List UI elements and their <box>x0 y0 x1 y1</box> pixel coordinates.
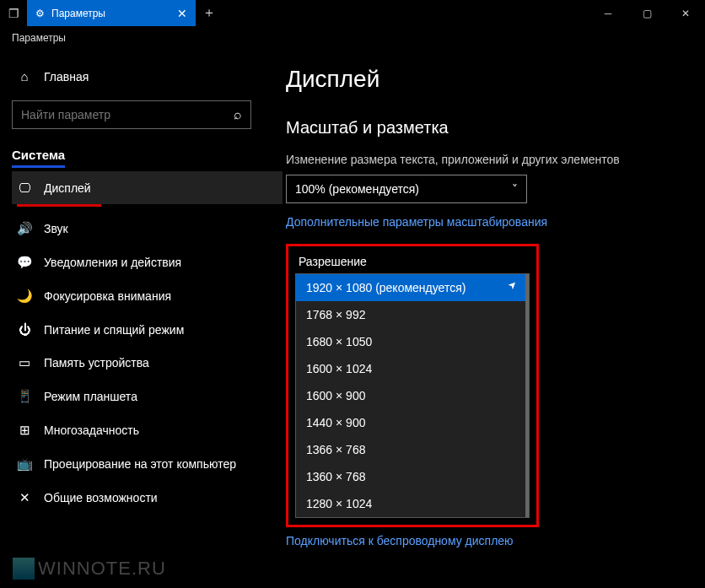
sidebar-home[interactable]: ⌂ Главная <box>12 61 283 92</box>
sidebar-item-3[interactable]: 🌙Фокусировка внимания <box>12 279 283 313</box>
resolution-dropdown-list[interactable]: 1920 × 1080 (рекомендуется)➤1768 × 99216… <box>295 273 530 518</box>
sidebar-item-icon: ⊞ <box>17 423 32 438</box>
search-box[interactable]: ⌕ <box>12 100 251 129</box>
resolution-box: Разрешение 1920 × 1080 (рекомендуется)➤1… <box>286 244 539 527</box>
home-label: Главная <box>44 70 89 84</box>
section-title: Система <box>12 144 65 168</box>
tab-close-icon[interactable]: ✕ <box>177 7 187 20</box>
sidebar-item-icon: 🌙 <box>17 289 32 304</box>
resolution-label: Разрешение <box>299 255 530 268</box>
scale-label: Изменение размера текста, приложений и д… <box>286 153 705 166</box>
sidebar-item-label: Общие возможности <box>44 491 158 504</box>
sidebar-item-label: Фокусировка внимания <box>44 289 171 303</box>
scale-dropdown[interactable]: 100% (рекомендуется) ˅ <box>286 175 527 203</box>
tab-label: Параметры <box>51 8 105 19</box>
sidebar-item-label: Проецирование на этот компьютер <box>44 457 236 471</box>
active-underline <box>17 204 101 207</box>
new-tab-button[interactable]: ＋ <box>196 0 223 26</box>
scale-value: 100% (рекомендуется) <box>295 182 419 196</box>
minimize-button[interactable]: ─ <box>589 0 627 26</box>
resolution-option[interactable]: 1600 × 1024 <box>296 355 529 382</box>
sidebar-item-9[interactable]: ✕Общие возможности <box>12 481 283 515</box>
resolution-option[interactable]: 1280 × 1024 <box>296 490 529 517</box>
watermark-logo-icon <box>13 558 35 580</box>
maximize-button[interactable]: ▢ <box>627 0 666 26</box>
sidebar-item-icon: 💬 <box>17 255 32 270</box>
sidebar-item-label: Дисплей <box>44 181 91 195</box>
watermark-text: WINNOTE.RU <box>38 558 166 580</box>
sidebar-item-label: Режим планшета <box>44 390 137 403</box>
sidebar-item-icon: 🖵 <box>17 181 32 195</box>
page-title: Дисплей <box>286 66 705 93</box>
breadcrumb: Параметры <box>0 27 705 49</box>
sidebar-item-7[interactable]: ⊞Многозадачность <box>12 413 283 447</box>
task-view-icon[interactable]: ❐ <box>0 0 27 26</box>
sidebar-item-4[interactable]: ⏻Питание и спящий режим <box>12 313 283 346</box>
gear-icon: ⚙ <box>35 8 45 19</box>
home-icon: ⌂ <box>17 69 32 84</box>
watermark: WINNOTE.RU <box>13 558 166 580</box>
section-heading: Масштаб и разметка <box>286 118 705 138</box>
close-button[interactable]: ✕ <box>666 0 705 26</box>
sidebar-item-icon: 📱 <box>17 389 32 404</box>
titlebar: ❐ ⚙ Параметры ✕ ＋ ─ ▢ ✕ <box>0 0 705 27</box>
resolution-option[interactable]: 1366 × 768 <box>296 436 529 463</box>
sidebar-item-icon: ✕ <box>17 490 32 505</box>
sidebar-item-5[interactable]: ▭Память устройства <box>12 346 283 380</box>
scrollbar[interactable] <box>525 274 529 517</box>
sidebar-item-label: Многозадачность <box>44 423 139 437</box>
sidebar-item-label: Звук <box>44 222 68 235</box>
sidebar: ⌂ Главная ⌕ Система 🖵Дисплей🔊Звук💬Уведом… <box>0 49 283 588</box>
sidebar-item-2[interactable]: 💬Уведомления и действия <box>12 245 283 279</box>
sidebar-item-label: Память устройства <box>44 356 149 370</box>
resolution-option[interactable]: 1360 × 768 <box>296 463 529 490</box>
sidebar-item-1[interactable]: 🔊Звук <box>12 212 283 245</box>
advanced-scaling-link[interactable]: Дополнительные параметры масштабирования <box>286 215 705 229</box>
resolution-option[interactable]: 1680 × 1050 <box>296 328 529 355</box>
cursor-icon: ➤ <box>506 278 520 293</box>
sidebar-item-icon: 📺 <box>17 456 32 472</box>
sidebar-item-0[interactable]: 🖵Дисплей <box>12 171 283 204</box>
search-icon: ⌕ <box>234 107 242 122</box>
wireless-display-link[interactable]: Подключиться к беспроводному дисплею <box>286 534 705 548</box>
resolution-option[interactable]: 1600 × 900 <box>296 382 529 409</box>
resolution-option[interactable]: 1440 × 900 <box>296 409 529 436</box>
content-pane: Дисплей Масштаб и разметка Изменение раз… <box>283 49 705 588</box>
sidebar-item-icon: ⏻ <box>17 322 32 337</box>
resolution-option[interactable]: 1768 × 992 <box>296 301 529 328</box>
sidebar-item-8[interactable]: 📺Проецирование на этот компьютер <box>12 447 283 481</box>
sidebar-item-6[interactable]: 📱Режим планшета <box>12 380 283 413</box>
chevron-down-icon: ˅ <box>512 182 518 196</box>
sidebar-item-icon: ▭ <box>17 355 32 370</box>
resolution-option[interactable]: 1920 × 1080 (рекомендуется)➤ <box>296 274 529 301</box>
sidebar-item-label: Уведомления и действия <box>44 256 181 269</box>
sidebar-item-label: Питание и спящий режим <box>44 323 184 337</box>
active-tab[interactable]: ⚙ Параметры ✕ <box>27 0 196 26</box>
sidebar-item-icon: 🔊 <box>17 221 32 236</box>
search-input[interactable] <box>21 108 223 121</box>
